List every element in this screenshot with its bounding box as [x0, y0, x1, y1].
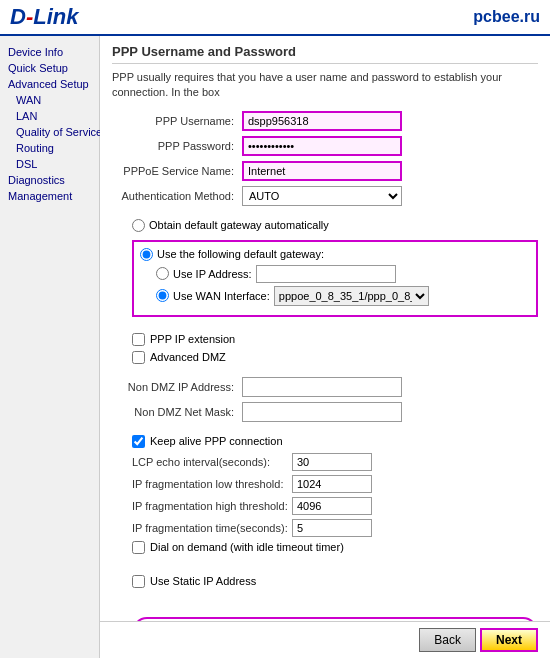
ip-frag-low-input[interactable] — [292, 475, 372, 493]
wan-interface-select[interactable]: pppoe_0_8_35_1/ppp_0_8_35_1 — [274, 286, 429, 306]
sidebar-item-dsl[interactable]: DSL — [4, 156, 95, 172]
ip-frag-high-label: IP fragmentation high threshold: — [132, 500, 292, 512]
next-button[interactable]: Next — [480, 628, 538, 652]
sidebar-item-management[interactable]: Management — [4, 188, 95, 204]
sidebar-item-quick-setup[interactable]: Quick Setup — [4, 60, 95, 76]
gateway-manual-section: Use the following default gateway: Use I… — [132, 240, 538, 317]
bottom-bar: Back Next — [100, 621, 550, 658]
service-name-input[interactable] — [242, 161, 402, 181]
non-dmz-ip-row: Non DMZ IP Address: — [112, 377, 538, 397]
ip-frag-time-label: IP fragmentation time(seconds): — [132, 522, 292, 534]
ip-frag-low-row: IP fragmentation low threshold: — [132, 475, 538, 493]
auth-method-row: Authentication Method: AUTO PAP CHAP — [112, 186, 538, 206]
password-row: PPP Password: — [112, 136, 538, 156]
username-label: PPP Username: — [112, 115, 242, 127]
dial-demand-label: Dial on demand (with idle timeout timer) — [150, 541, 344, 553]
ppp-ip-extension-row: PPP IP extension — [132, 333, 538, 346]
static-ip-checkbox[interactable] — [132, 575, 145, 588]
ppp-ip-extension-checkbox[interactable] — [132, 333, 145, 346]
site-name: pcbee.ru — [473, 8, 540, 26]
username-input[interactable] — [242, 111, 402, 131]
content-wrapper: PPP Username and Password PPP usually re… — [100, 36, 550, 658]
ip-frag-time-row: IP fragmentation time(seconds): — [132, 519, 538, 537]
static-ip-label: Use Static IP Address — [150, 575, 256, 587]
sidebar-item-device-info[interactable]: Device Info — [4, 44, 95, 60]
advanced-dmz-row: Advanced DMZ — [132, 351, 538, 364]
auth-method-label: Authentication Method: — [112, 190, 242, 202]
service-name-label: PPPoE Service Name: — [112, 165, 242, 177]
sidebar-item-wan[interactable]: WAN — [4, 92, 95, 108]
sidebar-item-routing[interactable]: Routing — [4, 140, 95, 156]
ip-frag-time-input[interactable] — [292, 519, 372, 537]
ppp-ip-extension-label: PPP IP extension — [150, 333, 235, 345]
gateway-options: Obtain default gateway automatically — [132, 219, 538, 232]
keep-alive-row: Keep alive PPP connection — [132, 435, 538, 448]
logo: D-Link — [10, 4, 78, 30]
sidebar-item-diagnostics[interactable]: Diagnostics — [4, 172, 95, 188]
dial-demand-row: Dial on demand (with idle timeout timer) — [132, 541, 538, 554]
gateway-manual-label: Use the following default gateway: — [157, 248, 324, 260]
sidebar-item-qos[interactable]: Quality of Service — [4, 124, 95, 140]
use-ip-radio[interactable] — [156, 267, 169, 280]
use-wan-radio[interactable] — [156, 289, 169, 302]
header: D-Link pcbee.ru — [0, 0, 550, 36]
page-title: PPP Username and Password — [112, 44, 538, 64]
non-dmz-ip-input[interactable] — [242, 377, 402, 397]
back-button[interactable]: Back — [419, 628, 476, 652]
ip-address-input[interactable] — [256, 265, 396, 283]
auth-method-select[interactable]: AUTO PAP CHAP — [242, 186, 402, 206]
keepalive-section: LCP echo interval(seconds): IP fragmenta… — [132, 453, 538, 537]
static-ip-row: Use Static IP Address — [132, 575, 538, 588]
advanced-dmz-label: Advanced DMZ — [150, 351, 226, 363]
gateway-auto-row: Obtain default gateway automatically — [132, 219, 538, 232]
username-row: PPP Username: — [112, 111, 538, 131]
keep-alive-label: Keep alive PPP connection — [150, 435, 283, 447]
lcp-echo-row: LCP echo interval(seconds): — [132, 453, 538, 471]
password-input[interactable] — [242, 136, 402, 156]
content-area: PPP Username and Password PPP usually re… — [100, 36, 550, 621]
non-dmz-mask-row: Non DMZ Net Mask: — [112, 402, 538, 422]
gateway-manual-row: Use the following default gateway: — [140, 248, 530, 261]
use-wan-label: Use WAN Interface: — [173, 290, 270, 302]
service-name-row: PPPoE Service Name: — [112, 161, 538, 181]
ip-frag-high-input[interactable] — [292, 497, 372, 515]
sidebar: Device Info Quick Setup Advanced Setup W… — [0, 36, 100, 658]
dial-demand-checkbox[interactable] — [132, 541, 145, 554]
sidebar-item-advanced-setup[interactable]: Advanced Setup — [4, 76, 95, 92]
use-ip-label: Use IP Address: — [173, 268, 252, 280]
non-dmz-ip-label: Non DMZ IP Address: — [112, 381, 242, 393]
keep-alive-checkbox[interactable] — [132, 435, 145, 448]
gateway-auto-radio[interactable] — [132, 219, 145, 232]
lcp-echo-input[interactable] — [292, 453, 372, 471]
advanced-dmz-checkbox[interactable] — [132, 351, 145, 364]
main-layout: Device Info Quick Setup Advanced Setup W… — [0, 36, 550, 658]
password-label: PPP Password: — [112, 140, 242, 152]
ip-frag-high-row: IP fragmentation high threshold: — [132, 497, 538, 515]
gateway-auto-label: Obtain default gateway automatically — [149, 219, 329, 231]
sidebar-item-lan[interactable]: LAN — [4, 108, 95, 124]
intro-text: PPP usually requires that you have a use… — [112, 70, 538, 101]
use-wan-row: Use WAN Interface: pppoe_0_8_35_1/ppp_0_… — [156, 286, 530, 306]
gateway-manual-radio[interactable] — [140, 248, 153, 261]
non-dmz-mask-label: Non DMZ Net Mask: — [112, 406, 242, 418]
ip-frag-low-label: IP fragmentation low threshold: — [132, 478, 292, 490]
lcp-echo-label: LCP echo interval(seconds): — [132, 456, 292, 468]
use-ip-row: Use IP Address: — [156, 265, 530, 283]
non-dmz-mask-input[interactable] — [242, 402, 402, 422]
